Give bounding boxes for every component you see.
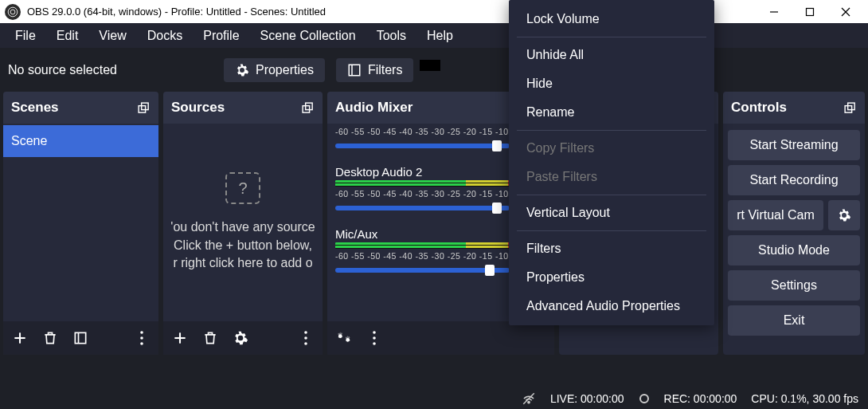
studio-mode-button[interactable]: Studio Mode: [728, 235, 860, 265]
context-menu-item: Paste Filters: [509, 163, 714, 191]
context-menu-item[interactable]: Rename: [509, 98, 714, 127]
svg-point-16: [140, 342, 143, 345]
menu-tools[interactable]: Tools: [366, 26, 416, 46]
svg-point-14: [140, 331, 143, 334]
scene-item-label: Scene: [11, 134, 47, 148]
start-recording-button[interactable]: Start Recording: [728, 165, 860, 195]
settings-button[interactable]: Settings: [728, 270, 860, 301]
mixer-title: Audio Mixer: [335, 100, 412, 116]
scenes-footer: [3, 321, 158, 355]
mixer-footer: [327, 321, 554, 355]
context-menu-item[interactable]: Lock Volume: [509, 5, 714, 33]
status-cpu: CPU: 0.1%, 30.00 fps: [751, 392, 858, 405]
question-placeholder-icon: ?: [225, 172, 260, 204]
undock-icon[interactable]: [843, 101, 857, 115]
volume-slider[interactable]: [335, 268, 510, 273]
filters-button-label: Filters: [368, 63, 403, 77]
status-live: LIVE: 00:00:00: [550, 392, 624, 405]
ctrl-label: Start Recording: [749, 173, 838, 187]
sources-empty-line: r right click here to add o: [173, 254, 312, 272]
source-settings-button[interactable]: [230, 328, 251, 348]
scenes-more-button[interactable]: [131, 328, 152, 348]
menu-profile[interactable]: Profile: [193, 26, 249, 46]
undock-icon[interactable]: [301, 101, 315, 115]
gear-icon: [837, 208, 851, 222]
virtual-cam-settings-button[interactable]: [828, 200, 860, 230]
volume-slider[interactable]: [335, 144, 510, 148]
virtual-cam-button[interactable]: rt Virtual Cam: [728, 200, 823, 230]
sources-empty[interactable]: ? 'ou don't have any source Click the + …: [163, 124, 323, 321]
svg-rect-3: [806, 8, 813, 15]
sources-dock: Sources ? 'ou don't have any source Clic…: [163, 92, 323, 355]
ctrl-label: Exit: [784, 313, 805, 328]
svg-point-22: [304, 336, 307, 340]
maximize-button[interactable]: [792, 0, 827, 23]
svg-point-40: [640, 395, 648, 403]
ctrl-label: Studio Mode: [758, 243, 830, 258]
start-streaming-button[interactable]: Start Streaming: [728, 130, 860, 160]
obs-logo-icon: [5, 4, 21, 20]
svg-rect-12: [75, 332, 85, 343]
menu-separator: [517, 130, 706, 131]
menu-view[interactable]: View: [88, 26, 136, 46]
scenes-title: Scenes: [11, 100, 59, 116]
add-source-button[interactable]: [170, 328, 190, 348]
gear-icon: [235, 63, 249, 77]
menu-edit[interactable]: Edit: [46, 26, 89, 46]
delete-scene-button[interactable]: [40, 328, 61, 348]
svg-point-33: [373, 331, 376, 334]
properties-button[interactable]: Properties: [224, 58, 325, 82]
menu-separator: [517, 195, 706, 195]
sources-empty-line: Click the + button below,: [174, 237, 312, 254]
context-menu-item[interactable]: Advanced Audio Properties: [509, 292, 714, 321]
menu-file[interactable]: File: [5, 26, 46, 46]
mixer-more-button[interactable]: [364, 328, 385, 348]
ctrl-label: Settings: [771, 278, 817, 293]
svg-point-23: [304, 342, 307, 345]
menu-help[interactable]: Help: [416, 26, 463, 46]
titlebar: OBS 29.0.0 (64-bit, windows) - Profile: …: [0, 0, 868, 23]
mixer-advanced-button[interactable]: [334, 328, 354, 348]
menu-scene-collection[interactable]: Scene Collection: [250, 26, 366, 46]
svg-point-15: [140, 336, 143, 340]
svg-point-38: [528, 401, 530, 403]
undock-icon[interactable]: [137, 101, 151, 115]
dock-row: Scenes Scene Sources: [0, 92, 868, 355]
add-scene-button[interactable]: [10, 328, 30, 348]
delete-source-button[interactable]: [200, 328, 221, 348]
context-menu-item[interactable]: Unhide All: [509, 41, 714, 69]
exit-button[interactable]: Exit: [728, 305, 860, 336]
sources-footer: [163, 321, 323, 355]
controls-dock: Controls Start Streaming Start Recording…: [723, 92, 865, 355]
scene-filters-button[interactable]: [70, 328, 91, 348]
close-button[interactable]: [827, 0, 863, 23]
record-status-icon: [639, 393, 650, 404]
filters-icon: [347, 63, 362, 77]
scenes-header: Scenes: [3, 92, 158, 124]
menu-docks[interactable]: Docks: [137, 26, 193, 46]
svg-point-34: [373, 336, 376, 340]
volume-slider[interactable]: [335, 206, 510, 210]
context-menu-item: Copy Filters: [509, 134, 714, 163]
minimize-button[interactable]: [756, 0, 792, 23]
sources-header: Sources: [163, 92, 323, 124]
network-icon: [522, 391, 536, 406]
audio-mixer-context-menu: Lock VolumeUnhide AllHideRenameCopy Filt…: [509, 0, 714, 325]
svg-rect-6: [349, 65, 360, 76]
sources-more-button[interactable]: [295, 328, 316, 348]
channel-name: Mic/Aux: [335, 227, 377, 241]
context-menu-item[interactable]: Hide: [509, 69, 714, 98]
properties-button-label: Properties: [256, 63, 314, 77]
status-rec: REC: 00:00:00: [664, 392, 737, 405]
channel-name: Desktop Audio 2: [335, 165, 422, 179]
context-menu-item[interactable]: Vertical Layout: [509, 199, 714, 227]
scenes-dock: Scenes Scene: [3, 92, 158, 355]
ctrl-label: Start Streaming: [749, 138, 838, 152]
ctrl-label: rt Virtual Cam: [737, 208, 815, 222]
controls-header: Controls: [723, 92, 865, 124]
scene-item[interactable]: Scene: [3, 125, 158, 157]
scenes-list[interactable]: Scene: [3, 124, 158, 321]
context-menu-item[interactable]: Filters: [509, 234, 714, 263]
context-menu-item[interactable]: Properties: [509, 263, 714, 292]
filters-button[interactable]: Filters: [336, 58, 414, 82]
